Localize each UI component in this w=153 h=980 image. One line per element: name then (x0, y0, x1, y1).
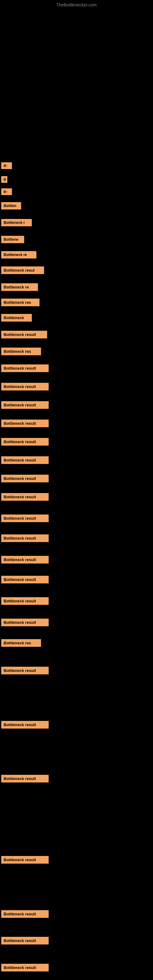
bottleneck-badge: Bottleneck result (1, 556, 49, 563)
bottleneck-badge: Bottleneck result (1, 438, 49, 445)
site-title: TheBottlenecker.com (0, 0, 153, 9)
bottleneck-badge: Bottleneck result (1, 597, 49, 605)
bottleneck-badge: Bottleneck re (1, 283, 38, 291)
bottleneck-badge: Bottleneck result (1, 576, 49, 584)
bottleneck-badge: Bottleneck result (1, 937, 49, 945)
site-header: TheBottlenecker.com (0, 0, 153, 9)
bottleneck-badge: Bottleneck result (1, 475, 49, 482)
bottleneck-badge: Bottleneck result (1, 493, 49, 501)
bottleneck-badge: Bottleneck (1, 314, 32, 321)
bottleneck-badge: Bottlene (1, 236, 24, 243)
bottleneck-badge: Bottleneck result (1, 910, 49, 918)
bottleneck-badge: Bottleneck re (1, 251, 37, 258)
bottleneck-badge: B↑ (1, 162, 12, 169)
bottleneck-badge: Bottleneck result (1, 856, 49, 864)
bottleneck-badge: Bottleneck result (1, 535, 49, 542)
bottleneck-badge: B (1, 176, 7, 183)
bottleneck-badge: Bottleneck result (1, 775, 49, 783)
bottleneck-badge: Bottleneck result (1, 667, 49, 675)
bottleneck-badge: Bottleneck r (1, 219, 32, 226)
bottleneck-badge: Bottleneck result (1, 331, 47, 339)
bottleneck-badge: Bottleneck result (1, 364, 49, 372)
bottleneck-badge: Bottleneck resul (1, 266, 44, 274)
bottleneck-badge: Bottleneck result (1, 383, 49, 390)
bottleneck-badge: Bottleneck result (1, 514, 49, 522)
bottleneck-badge: B↑ (1, 188, 12, 195)
bottleneck-badge: Bottleneck res (1, 639, 41, 647)
bottleneck-badge: Bottleneck result (1, 964, 49, 971)
bottleneck-badge: Bottleneck result (1, 721, 49, 729)
bottleneck-badge: Bottleneck result (1, 401, 49, 409)
bottleneck-badge: Bottleneck result (1, 420, 49, 427)
bottleneck-badge: Bottleneck result (1, 619, 49, 626)
bottleneck-badge: Bottlen (1, 202, 21, 210)
bottleneck-badge: Bottleneck res (1, 299, 40, 306)
bottleneck-badge: Bottleneck result (1, 456, 49, 464)
bottleneck-badge: Bottleneck res (1, 348, 41, 355)
